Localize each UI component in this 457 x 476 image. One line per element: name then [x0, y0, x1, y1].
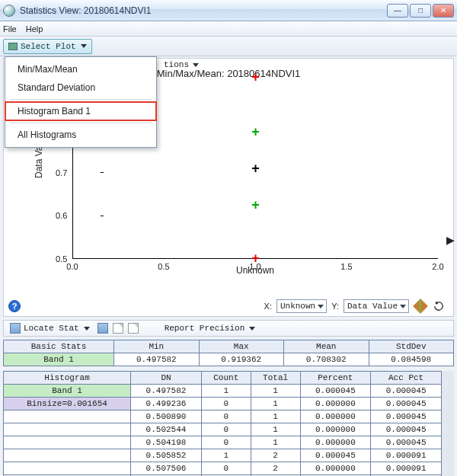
hist-header: Acc Pct: [371, 372, 442, 385]
select-plot-button[interactable]: Select Plot: [3, 39, 92, 54]
cell: 0.084598: [369, 353, 454, 366]
x-axis-select-value: Unknown: [280, 302, 315, 311]
stats-header: Basic Stats: [4, 340, 114, 353]
marker-mean-minus-sd: +: [249, 198, 263, 212]
locate-stat-button[interactable]: Locate Stat: [7, 323, 93, 334]
stats-tables: Basic StatsMinMaxMeanStdDev Band 10.4975…: [3, 340, 454, 476]
y-axis-select-value: Data Value: [347, 302, 398, 311]
table-row[interactable]: 0.505852120.0000450.000091: [4, 449, 442, 462]
window-title: Statistics View: 20180614NDVI1: [20, 5, 387, 16]
chart-footer: ? X: Unknown Y: Data Value: [8, 299, 446, 313]
chevron-down-icon: [84, 327, 90, 331]
cell: 0.505852: [131, 449, 202, 462]
pane-expand-icon[interactable]: ▶: [446, 234, 455, 246]
row-label: [4, 411, 131, 423]
x-select-label: X:: [264, 302, 272, 311]
cell: 0.000000: [300, 423, 371, 436]
window-titlebar: Statistics View: 20180614NDVI1 — □ ✕: [0, 0, 457, 21]
histogram-table: HistogramDNCountTotalPercentAcc Pct Band…: [3, 371, 442, 476]
menu-help[interactable]: Help: [26, 24, 43, 34]
cell: 0.504198: [131, 436, 202, 449]
x-axis-select[interactable]: Unknown: [276, 299, 327, 313]
cell: 0: [201, 423, 251, 436]
cell: 0.708302: [284, 353, 369, 366]
row-label: [4, 462, 131, 475]
hist-header: DN: [131, 372, 202, 385]
y-axis-select[interactable]: Data Value: [344, 299, 409, 313]
table-row[interactable]: Binsize=0.0016540.499236010.0000000.0000…: [4, 398, 442, 411]
table-row[interactable]: 0.507506020.0000000.000091: [4, 462, 442, 475]
select-plot-dropdown: Min/Max/Mean Standard Deviation Histogra…: [5, 56, 157, 148]
row-label: [4, 449, 131, 462]
dropdown-item-stddev[interactable]: Standard Deviation: [5, 78, 156, 97]
table-row[interactable]: Band 10.497582110.0000450.000045: [4, 385, 442, 398]
cell: 0: [201, 436, 251, 449]
hist-header: Count: [201, 372, 251, 385]
cell: 2: [251, 449, 300, 462]
stats-header: StdDev: [369, 340, 454, 353]
cell: 0.000045: [371, 385, 442, 398]
window-minimize-button[interactable]: —: [387, 4, 408, 18]
export-icon[interactable]: [128, 323, 139, 334]
chevron-down-icon: [249, 327, 255, 331]
cell: 0: [201, 411, 251, 423]
table-row[interactable]: 0.504198010.0000000.000045: [4, 436, 442, 449]
ytick: 0.5: [56, 254, 67, 264]
cell: 0.000045: [371, 423, 442, 436]
cell: 0.919362: [199, 353, 283, 366]
scrollbar-thumb[interactable]: [444, 373, 452, 395]
window-maximize-button[interactable]: □: [410, 4, 431, 18]
hist-header: Total: [251, 372, 300, 385]
window-close-button[interactable]: ✕: [433, 4, 454, 18]
cell: 0.000045: [371, 398, 442, 411]
cell: 0.507506: [131, 462, 202, 475]
row-label: Band 1: [4, 353, 114, 366]
row-label: Binsize=0.001654: [4, 398, 131, 411]
menu-file[interactable]: File: [3, 24, 17, 34]
marker-mean: +: [249, 161, 263, 175]
dropdown-item-histogram-band1[interactable]: Histogram Band 1: [5, 102, 156, 120]
dropdown-item-all-histograms[interactable]: All Histograms: [5, 126, 156, 144]
dropdown-item-minmaxmean[interactable]: Min/Max/Mean: [5, 60, 156, 78]
help-icon[interactable]: ?: [8, 300, 21, 312]
cell: 0.502544: [131, 423, 202, 436]
cell: 1: [251, 436, 300, 449]
report-precision-button[interactable]: Report Precision: [161, 324, 259, 333]
ytick: 0.7: [56, 168, 67, 177]
cell: 0.000045: [300, 449, 371, 462]
basic-stats-table: Basic StatsMinMaxMeanStdDev Band 10.4975…: [3, 340, 454, 366]
plot-options-label: tions: [164, 60, 189, 69]
refresh-button[interactable]: [432, 299, 446, 313]
cell: 0.497582: [114, 353, 199, 366]
edit-button[interactable]: [414, 299, 427, 313]
plot-icon: [8, 43, 18, 50]
cell: 0: [201, 462, 251, 475]
vertical-scrollbar[interactable]: [442, 371, 454, 476]
cell: 0.500890: [131, 411, 202, 423]
cell: 1: [251, 411, 300, 423]
cell: 0.000091: [371, 462, 442, 475]
plot-options-button[interactable]: tions: [161, 59, 202, 71]
x-axis-label: Unknown: [72, 265, 438, 276]
dropdown-separator: [10, 123, 152, 123]
table-row[interactable]: Band 10.4975820.9193620.7083020.084598: [4, 353, 454, 366]
hist-header: Histogram: [4, 372, 131, 385]
row-label: Band 1: [4, 385, 131, 398]
pencil-icon: [413, 299, 428, 314]
locate-stat-label: Locate Stat: [24, 324, 79, 333]
select-plot-label: Select Plot: [21, 42, 76, 51]
toolbar: Select Plot: [0, 37, 457, 56]
cell: 0.000091: [371, 449, 442, 462]
cell: 0.000045: [371, 436, 442, 449]
cell: 1: [251, 385, 300, 398]
copy-icon[interactable]: [113, 323, 123, 334]
table-row[interactable]: 0.502544010.0000000.000045: [4, 423, 442, 436]
chevron-down-icon: [193, 63, 199, 67]
stats-header: Max: [199, 340, 283, 353]
chevron-down-icon: [318, 305, 324, 308]
table-row[interactable]: 0.500890010.0000000.000045: [4, 411, 442, 423]
cell: 0.000000: [300, 436, 371, 449]
grid-icon[interactable]: [97, 323, 108, 334]
chevron-down-icon: [81, 44, 87, 48]
cell: 0: [201, 398, 251, 411]
